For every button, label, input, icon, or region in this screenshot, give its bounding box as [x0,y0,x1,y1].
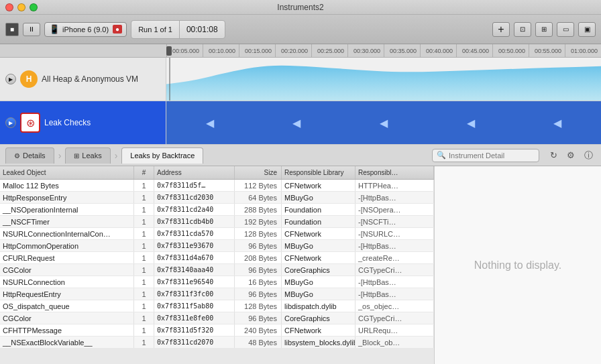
tab-details[interactable]: ⚙ Details [5,147,54,164]
table-cell: 0x7f8311d5f320 [154,324,235,336]
table-cell: URLRequ… [356,324,434,336]
table-row[interactable]: CFURLRequest10x7f8311d4a670208 BytesCFNe… [0,252,434,264]
search-input[interactable] [449,151,535,160]
tracks: ▶ H All Heap & Anonymous VM ▶ [0,58,601,145]
table-cell: -[HttpBas… [356,192,434,203]
table-row[interactable]: CGColor10x7f83140aaa4096 BytesCoreGraphi… [0,264,434,276]
table-row[interactable]: NSURLConnection10x7f8311e9654016 BytesMB… [0,276,434,288]
bottom-panel: ⚙ Details › ⊞ Leaks › Leaks by Backtrace… [0,145,601,364]
table-cell: MBuyGo [282,240,356,251]
th-address: Address [154,166,235,179]
table-cell: CFURLRequest [0,252,134,263]
run-indicator: ● [113,25,122,34]
table-cell: 240 Bytes [235,324,282,336]
table-cell: 0x7f8311cd2a40 [154,204,235,215]
table-cell: Foundation [282,204,356,215]
search-icon: 🔍 [437,151,446,160]
table-cell: 96 Bytes [235,264,282,276]
table-row[interactable]: CGColor10x7f8311e8fe0096 BytesCoreGraphi… [0,312,434,324]
run-info: Run 1 of 1 00:01:08 [131,20,225,39]
table-cell: libdispatch.dylib [282,300,356,312]
table-cell: __NSExactBlockVariable__ [0,337,134,348]
table-cell: 0x7f83140aaa40 [154,264,235,276]
th-responsible: Responsibl… [356,166,434,179]
add-instrument-button[interactable]: + [492,22,510,37]
table-row[interactable]: HttpRequestEntry10x7f8311f3fc0096 BytesM… [0,288,434,300]
close-button[interactable] [5,3,13,11]
leak-track-content[interactable]: ◀ ◀ ◀ ◀ ◀ [166,101,601,144]
table-cell: 0x7f8311d5f… [154,180,235,191]
table-row[interactable]: HttpResponseEntry10x7f8311cd203064 Bytes… [0,192,434,204]
table-cell: 1 [134,324,154,336]
table-row[interactable]: HttpCommonOperation10x7f8311e9367096 Byt… [0,240,434,252]
heap-track-content[interactable] [166,58,601,101]
pause-button[interactable]: ⏸ [23,23,40,36]
table-cell: CoreGraphics [282,264,356,276]
ruler-tick: 00:30.000 [347,44,384,58]
table-cell: HttpResponseEntry [0,192,134,203]
stop-button[interactable]: ■ [5,23,19,36]
layout-btn-3[interactable]: ▭ [557,22,574,37]
ruler-tick: 00:35.000 [384,44,420,58]
ruler-tick: 00:20.000 [275,44,311,58]
settings-button[interactable]: ⚙ [563,148,578,163]
refresh-button[interactable]: ↻ [546,148,561,163]
maximize-button[interactable] [30,3,38,11]
table-cell: libsystem_blocks.dylib [282,337,356,348]
ruler-tick: 00:10.000 [203,44,239,58]
refresh-icon: ↻ [550,150,557,160]
detail-search[interactable]: 🔍 [432,149,539,162]
table-row[interactable]: Malloc 112 Bytes10x7f8311d5f…112 BytesCF… [0,180,434,192]
heap-icon-symbol: H [26,74,32,84]
table-row[interactable]: CFHTTPMessage10x7f8311d5f320240 BytesCFN… [0,324,434,337]
tab-leaks-by-backtrace[interactable]: Leaks by Backtrace [121,147,203,164]
info-button[interactable]: ⓘ [581,148,596,163]
table-body: Malloc 112 Bytes10x7f8311d5f…112 BytesCF… [0,180,434,364]
table-row[interactable]: __NSExactBlockVariable__10x7f8311cd20704… [0,337,434,349]
layout-btn-1[interactable]: ⊡ [514,22,531,37]
table-row[interactable]: __NSOperationInternal10x7f8311cd2a40288 … [0,204,434,216]
table-cell: CFNetwork [282,180,356,191]
table-row[interactable]: __NSCFTimer10x7f8311cdb4b0192 BytesFound… [0,216,434,228]
titlebar: Instruments2 [0,0,601,15]
leak-track-icon: ⊛ [20,113,40,133]
leak-track-header: ▶ ⊛ Leak Checks [0,101,166,144]
minimize-button[interactable] [17,3,25,11]
layout-1-icon: ⊡ [520,25,525,33]
table-cell: CFNetwork [282,228,356,239]
table-cell: CoreGraphics [282,312,356,324]
device-selector[interactable]: 📱 iPhone 6 (9.0) ● [44,22,127,37]
table-cell: -[HttpBas… [356,276,434,288]
table-cell: _createRe… [356,252,434,263]
ruler-tick: 00:25.000 [311,44,347,58]
ruler-marks: 00:05.000 00:10.000 00:15.000 00:20.000 … [166,44,601,58]
layout-btn-2[interactable]: ⊞ [535,22,553,37]
table-cell: HTTPHea… [356,180,434,191]
heap-play-button[interactable]: ▶ [5,74,16,84]
add-icon: + [498,23,504,36]
leak-play-button[interactable]: ▶ [5,117,16,128]
table-cell: 1 [134,288,154,300]
table-cell: 1 [134,216,154,227]
table-cell: _Block_ob… [356,337,434,348]
table-cell: MBuyGo [282,276,356,288]
table-row[interactable]: OS_dispatch_queue10x7f8311f5ab80128 Byte… [0,300,434,312]
table-cell: CGColor [0,312,134,324]
table-row[interactable]: NSURLConnectionInternalCon…10x7f8311cda5… [0,228,434,240]
layout-btn-4[interactable]: ▣ [578,22,596,37]
table-cell: -[HttpBas… [356,288,434,300]
playhead-handle[interactable] [166,46,172,56]
timeline-ruler: 00:05.000 00:10.000 00:15.000 00:20.000 … [0,44,601,58]
heap-track-name: All Heap & Anonymous VM [42,74,138,84]
table-cell: __NSOperationInternal [0,204,134,215]
table-cell: 0x7f8311cdb4b0 [154,216,235,227]
table-cell: NSURLConnection [0,276,134,288]
heap-track: ▶ H All Heap & Anonymous VM [0,58,601,101]
window-controls [5,3,38,11]
leak-marker-2: ◀ [292,117,300,129]
table-cell: 1 [134,312,154,324]
heap-track-icon: H [20,70,38,88]
tab-leaks[interactable]: ⊞ Leaks [65,147,110,164]
ruler-tick: 00:55.000 [529,44,565,58]
leaks-tab-label: Leaks [82,151,101,160]
